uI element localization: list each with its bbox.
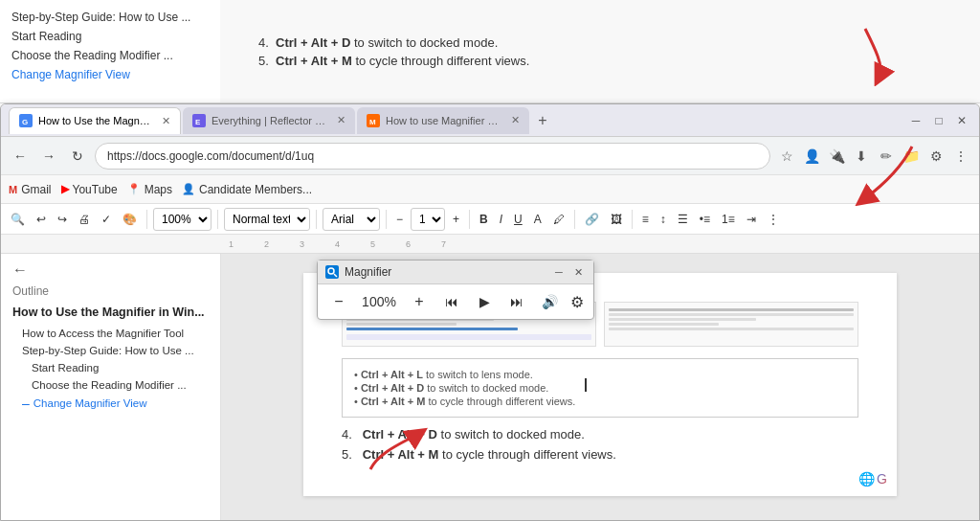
paint-btn[interactable]: 🎨 <box>119 208 141 231</box>
tab-google-doc[interactable]: G How to Use the Magnifier in Wi... ✕ <box>9 107 181 134</box>
magnifier-close-btn[interactable]: ✕ <box>570 264 586 280</box>
reflector-icon: E <box>192 114 206 127</box>
separator2 <box>217 210 218 229</box>
back-button[interactable]: ← <box>9 145 32 168</box>
google-profile-icons: 🌐 G <box>858 471 887 487</box>
preview-line <box>346 328 518 330</box>
svg-text:G: G <box>22 118 28 126</box>
separator4 <box>386 210 387 229</box>
forward-button[interactable]: → <box>37 145 60 168</box>
outline-item-1[interactable]: How to Access the Magnifier Tool <box>12 325 209 342</box>
preview-highlight <box>346 334 591 340</box>
browser-window: G How to Use the Magnifier in Wi... ✕ E … <box>0 103 980 521</box>
top-peek-step5: 5. Ctrl + Alt + M to cycle through diffe… <box>258 54 529 68</box>
bullet-list-btn[interactable]: •≡ <box>696 208 714 231</box>
step4-num: 4. Ctrl + Alt + D to switch to docked mo… <box>258 35 498 50</box>
profile-icon[interactable]: 👤 <box>801 146 822 167</box>
tab-bar: G How to Use the Magnifier in Wi... ✕ E … <box>1 104 979 137</box>
settings-btn[interactable]: ⚙ <box>570 293 584 311</box>
italic-btn[interactable]: I <box>496 208 506 231</box>
font-size-select[interactable]: 11 <box>411 208 445 231</box>
undo-btn[interactable]: ↩ <box>33 208 50 231</box>
style-select[interactable]: Normal text <box>224 208 310 231</box>
spacing-btn[interactable]: ↕ <box>657 208 670 231</box>
blue-dash-mark: – <box>22 396 30 410</box>
indent-btn[interactable]: ⇥ <box>743 208 760 231</box>
sidebar: ← Outline How to Use the Magnifier in Wi… <box>1 254 221 521</box>
zoom-select[interactable]: 100% <box>153 208 212 231</box>
tab2-label: Everything | Reflector Media Edu... <box>212 115 327 126</box>
redo-btn[interactable]: ↪ <box>54 208 71 231</box>
preview-line <box>346 323 457 326</box>
highlight-line-3: • Ctrl + Alt + M to cycle through differ… <box>354 396 846 407</box>
magnifier-title-text: Magnifier <box>345 265 391 279</box>
highlight-btn[interactable]: 🖊 <box>549 208 568 231</box>
sidebar-heading: How to Use the Magnifier in Win... <box>12 306 209 319</box>
search-toolbar-btn[interactable]: 🔍 <box>7 208 29 231</box>
tab3-close[interactable]: ✕ <box>511 114 520 126</box>
preview-line <box>609 328 854 330</box>
svg-text:M: M <box>369 118 376 126</box>
font-size-decrease[interactable]: − <box>392 208 407 231</box>
highlighted-content-box: • Ctrl + Alt + L to switch to lens mode.… <box>342 358 858 418</box>
sidebar-outline-label: Outline <box>12 284 209 298</box>
reload-button[interactable]: ↻ <box>66 145 89 168</box>
prev-btn[interactable]: ⏮ <box>440 290 463 313</box>
outline-item-3[interactable]: Start Reading <box>12 359 209 376</box>
minimize-button[interactable]: ─ <box>906 111 925 130</box>
magnifier-title: Magnifier <box>325 265 391 279</box>
youtube-icon: ▶ <box>61 183 69 195</box>
outline-item-5[interactable]: – Change Magnifier View <box>12 394 209 413</box>
new-tab-button[interactable]: + <box>531 109 554 132</box>
spell-btn[interactable]: ✓ <box>98 208 115 231</box>
highlight-line-1: • Ctrl + Alt + L to switch to lens mode. <box>354 369 846 380</box>
close-button[interactable]: ✕ <box>952 111 971 130</box>
underline-btn[interactable]: U <box>510 208 526 231</box>
more-toolbar-btn[interactable]: ⋮ <box>764 208 783 231</box>
window-controls: ─ □ ✕ <box>906 111 971 130</box>
youtube-label: YouTube <box>73 183 118 196</box>
next-btn[interactable]: ⏭ <box>505 290 528 313</box>
gmail-icon: M <box>9 184 17 195</box>
magnifier-tab-icon: M <box>367 114 380 127</box>
print-btn[interactable]: 🖨 <box>75 208 94 231</box>
red-arrow-tab <box>835 137 931 214</box>
align-btn[interactable]: ≡ <box>638 208 653 231</box>
separator6 <box>574 210 575 229</box>
magnifier-minimize-btn[interactable]: ─ <box>551 264 567 280</box>
zoom-in-btn[interactable]: + <box>408 290 431 313</box>
tab2-close[interactable]: ✕ <box>337 114 345 126</box>
ruler-marks: 1234567 <box>9 239 446 249</box>
step5-number: 5. <box>342 447 352 462</box>
list-btn[interactable]: ☰ <box>674 208 692 231</box>
tab-reflector[interactable]: E Everything | Reflector Media Edu... ✕ <box>183 107 355 134</box>
bookmark-maps[interactable]: 📍 Maps <box>127 183 172 196</box>
bookmark-youtube[interactable]: ▶ YouTube <box>61 183 118 196</box>
play-btn[interactable]: ▶ <box>473 290 496 313</box>
preview-line <box>609 313 854 316</box>
sidebar-back-btn[interactable]: ← <box>12 261 209 279</box>
image-btn[interactable]: 🖼 <box>607 208 626 231</box>
bookmark-star-icon[interactable]: ☆ <box>776 146 797 167</box>
separator1 <box>146 210 147 229</box>
number-list-btn[interactable]: 1≡ <box>718 208 739 231</box>
outline-item-2[interactable]: Step-by-Step Guide: How to Use ... <box>12 342 209 359</box>
maximize-button[interactable]: □ <box>929 111 948 130</box>
bookmark-gmail[interactable]: M Gmail <box>9 183 52 196</box>
font-select[interactable]: Arial <box>323 208 380 231</box>
tab-magnifier[interactable]: M How to use Magnifier reading ✕ <box>357 107 529 134</box>
zoom-out-btn[interactable]: − <box>327 290 350 313</box>
more-icon[interactable]: ⋮ <box>950 146 971 167</box>
outline-item-4[interactable]: Choose the Reading Modifier ... <box>12 376 209 394</box>
voice-btn[interactable]: 🔊 <box>538 290 561 313</box>
font-size-increase[interactable]: + <box>449 208 463 231</box>
bookmark-candidates[interactable]: 👤 Candidate Members... <box>182 183 312 196</box>
top-peek-content: 4. Ctrl + Alt + D to switch to docked mo… <box>220 0 980 103</box>
step5-num: 5. Ctrl + Alt + M to cycle through diffe… <box>258 54 529 68</box>
address-input[interactable] <box>95 143 770 170</box>
tab1-close[interactable]: ✕ <box>162 115 170 127</box>
text-cursor <box>585 378 587 392</box>
text-color-btn[interactable]: A <box>530 208 546 231</box>
link-btn[interactable]: 🔗 <box>581 208 603 231</box>
bold-btn[interactable]: B <box>476 208 492 231</box>
